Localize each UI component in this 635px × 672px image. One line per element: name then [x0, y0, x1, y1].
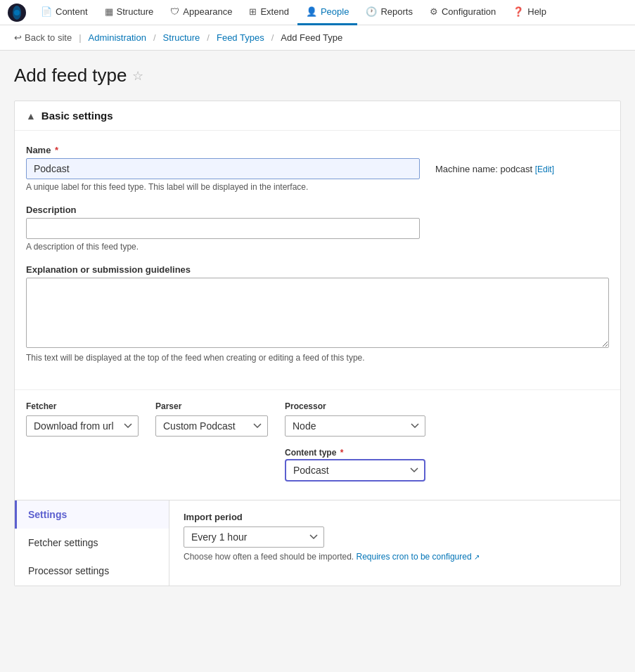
svg-point-2	[14, 10, 20, 15]
breadcrumb-sep-2: /	[207, 32, 210, 43]
name-row: Machine name: podcast [Edit]	[26, 158, 609, 179]
settings-content-panel: Import period Every 1 hour Every 30 minu…	[169, 500, 620, 586]
content-type-label: Content type *	[285, 448, 425, 458]
fetcher-col: Fetcher Download from url Upload from fi…	[26, 401, 139, 437]
content-type-select[interactable]: Podcast Article Basic page	[285, 459, 425, 482]
reports-icon: 🕐	[366, 6, 377, 17]
help-icon: ❓	[513, 6, 524, 17]
content-type-required-star: *	[340, 448, 344, 458]
people-icon: 👤	[306, 6, 317, 17]
fetcher-label: Fetcher	[26, 401, 139, 411]
settings-sidebar: Settings Fetcher settings Processor sett…	[15, 500, 169, 586]
description-helper: A description of this feed type.	[26, 242, 609, 252]
nav-item-extend[interactable]: ⊞ Extend	[240, 0, 297, 25]
name-input[interactable]	[26, 158, 420, 179]
settings-nav-settings[interactable]: Settings	[15, 500, 169, 529]
breadcrumb-sep-3: /	[271, 32, 274, 43]
breadcrumb-feed-types[interactable]: Feed Types	[217, 32, 264, 43]
parser-select[interactable]: Custom Podcast RSS Atom CSV	[155, 415, 268, 437]
machine-name-edit-link[interactable]: [Edit]	[535, 164, 554, 174]
breadcrumb-administration[interactable]: Administration	[89, 32, 146, 43]
breadcrumb-sep-0: |	[79, 32, 81, 43]
nav-item-help[interactable]: ❓ Help	[504, 0, 555, 25]
content-icon: 📄	[41, 6, 52, 17]
explanation-label: Explanation or submission guidelines	[26, 264, 609, 275]
breadcrumb-sep-1: /	[153, 32, 156, 43]
nav-item-content[interactable]: 📄 Content	[32, 0, 96, 25]
nav-item-people[interactable]: 👤 People	[297, 0, 357, 25]
processor-label: Processor	[285, 401, 425, 411]
extend-icon: ⊞	[249, 6, 257, 17]
breadcrumb-current: Add Feed Type	[281, 32, 342, 43]
settings-nav-fetcher[interactable]: Fetcher settings	[15, 529, 169, 557]
machine-name-display: Machine name: podcast [Edit]	[435, 164, 554, 174]
name-field-group: Name * Machine name: podcast [Edit] A un…	[26, 145, 609, 192]
main-card: ▲ Basic settings Name * Machine name: po…	[14, 101, 621, 586]
external-link-icon: ↗	[474, 553, 480, 561]
fetcher-select[interactable]: Download from url Upload from file Direc…	[26, 415, 139, 437]
collapse-arrow-icon: ▲	[26, 110, 36, 122]
fetcher-row: Fetcher Download from url Upload from fi…	[26, 401, 609, 482]
basic-settings-body: Name * Machine name: podcast [Edit] A un…	[15, 131, 620, 389]
explanation-textarea[interactable]	[26, 278, 609, 348]
nav-item-appearance[interactable]: 🛡 Appearance	[162, 0, 240, 25]
structure-icon: ▦	[105, 6, 113, 17]
name-helper: A unique label for this feed type. This …	[26, 182, 609, 192]
processor-select[interactable]: Node User Term	[285, 415, 425, 437]
parser-col: Parser Custom Podcast RSS Atom CSV	[155, 401, 268, 437]
appearance-icon: 🛡	[170, 6, 179, 17]
explanation-field-group: Explanation or submission guidelines Thi…	[26, 264, 609, 363]
import-period-group: Import period Every 1 hour Every 30 minu…	[184, 512, 606, 562]
settings-area: Settings Fetcher settings Processor sett…	[15, 500, 620, 586]
nav-menu: 📄 Content ▦ Structure 🛡 Appearance ⊞ Ext…	[32, 0, 555, 25]
page-content: Add feed type ☆ ▲ Basic settings Name * …	[0, 51, 635, 607]
import-helper: Choose how often a feed should be import…	[184, 552, 606, 562]
import-period-label: Import period	[184, 512, 606, 522]
basic-settings-header[interactable]: ▲ Basic settings	[15, 101, 620, 131]
site-logo[interactable]	[7, 3, 27, 22]
settings-nav-processor[interactable]: Processor settings	[15, 557, 169, 585]
name-required-star: *	[55, 145, 58, 155]
processor-content-col: Processor Node User Term Content type * …	[285, 401, 425, 482]
top-nav: 📄 Content ▦ Structure 🛡 Appearance ⊞ Ext…	[0, 0, 635, 25]
nav-item-structure[interactable]: ▦ Structure	[96, 0, 162, 25]
description-label: Description	[26, 205, 609, 215]
nav-item-reports[interactable]: 🕐 Reports	[357, 0, 421, 25]
fetcher-section: Fetcher Download from url Upload from fi…	[15, 389, 620, 493]
name-label: Name *	[26, 145, 609, 155]
favorite-star-icon[interactable]: ☆	[132, 68, 143, 84]
back-to-site-link[interactable]: ↩ Back to site	[14, 32, 72, 43]
breadcrumb-structure[interactable]: Structure	[163, 32, 200, 43]
cron-link[interactable]: Requires cron to be configured ↗	[357, 552, 480, 562]
page-title: Add feed type ☆	[14, 65, 621, 86]
description-input[interactable]	[26, 218, 420, 239]
nav-item-configuration[interactable]: ⚙ Configuration	[421, 0, 504, 25]
import-period-select[interactable]: Every 1 hour Every 30 minutes Every 6 ho…	[184, 526, 324, 548]
configuration-icon: ⚙	[430, 6, 438, 17]
parser-label: Parser	[155, 401, 268, 411]
breadcrumb: ↩ Back to site | Administration / Struct…	[0, 25, 635, 51]
description-field-group: Description A description of this feed t…	[26, 205, 609, 252]
explanation-helper: This text will be displayed at the top o…	[26, 353, 609, 363]
